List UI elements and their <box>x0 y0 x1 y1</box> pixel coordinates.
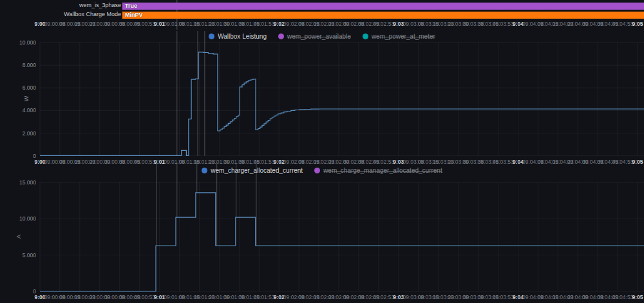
x-tick-label: 09:04:53 <box>612 294 633 300</box>
power-chart-legend: Wallbox Leistungwem_power_availablewem_p… <box>0 32 644 41</box>
legend-series-icon <box>202 168 207 173</box>
x-tick-label: 9:05 <box>632 294 643 300</box>
legend-item[interactable]: wem_power_available <box>278 32 351 41</box>
legend-series-label: wem_charger_allocated_current <box>211 166 303 175</box>
x-tick-label: 09:02:53 <box>373 159 394 165</box>
legend-item[interactable]: wem_charge_manager_allocated_current <box>314 166 442 175</box>
y-tick-label: 10.000 <box>6 39 36 46</box>
y-tick-label: 4.000 <box>6 107 36 113</box>
legend-series-label: wem_power_at_meter <box>372 32 435 41</box>
current-chart-legend: wem_charger_allocated_currentwem_charge_… <box>0 166 644 175</box>
dashboard: wem_is_3phase True Wallbox Charge Mode M… <box>0 0 644 303</box>
legend-series-label: wem_power_available <box>287 32 351 41</box>
legend-series-icon <box>278 34 284 39</box>
legend-series-icon <box>209 34 214 39</box>
legend-series-label: Wallbox Leistung <box>218 32 267 41</box>
series-line-wallbox-power <box>40 52 644 155</box>
y-axis-unit-label: W <box>23 96 30 102</box>
state-row-label: wem_is_3phase <box>5 2 121 9</box>
y-tick-label: 0 <box>6 153 36 159</box>
x-tick-label: 09:03:53 <box>493 159 514 165</box>
legend-series-label: wem_charge_manager_allocated_current <box>323 166 442 175</box>
y-tick-label: 5.000 <box>6 252 36 259</box>
y-tick-label: 0 <box>6 288 36 295</box>
x-tick-label: 09:00:53 <box>134 21 155 27</box>
state-row-label: Wallbox Charge Mode <box>5 11 121 18</box>
state-bar-charge-mode: MinPV <box>122 12 644 19</box>
x-tick-label: 09:01:53 <box>253 294 274 300</box>
x-tick-label: 09:04:53 <box>612 21 633 27</box>
x-tick-label: 09:03:53 <box>493 294 514 300</box>
y-tick-label: 8.000 <box>6 62 36 68</box>
x-tick-label: 09:02:53 <box>373 294 394 300</box>
y-tick-label: 10.000 <box>6 215 36 222</box>
series-line-charger-allocated-current <box>40 193 644 291</box>
y-tick-label: 2.000 <box>6 130 36 137</box>
x-tick-label: 9:05 <box>632 21 643 27</box>
legend-item[interactable]: Wallbox Leistung <box>209 32 267 41</box>
chart-canvas <box>0 0 644 303</box>
legend-item[interactable]: wem_charger_allocated_current <box>202 166 303 175</box>
y-axis-unit-label: A <box>15 234 22 238</box>
x-tick-label: 09:04:53 <box>612 159 633 165</box>
state-bar-value: MinPV <box>122 12 143 19</box>
state-bar-3phase: True <box>122 3 644 10</box>
x-tick-label: 9:05 <box>632 159 643 165</box>
x-tick-label: 09:01:53 <box>253 159 274 165</box>
x-tick-label: 09:00:53 <box>134 159 155 165</box>
x-tick-label: 09:03:53 <box>493 21 514 27</box>
legend-item[interactable]: wem_power_at_meter <box>363 32 435 41</box>
legend-series-icon <box>363 34 368 39</box>
x-tick-label: 09:01:53 <box>253 21 274 27</box>
state-bar-value: True <box>122 3 137 10</box>
y-tick-label: 6.000 <box>6 84 36 91</box>
x-tick-label: 09:02:53 <box>373 21 394 27</box>
x-tick-label: 09:00:53 <box>134 294 155 300</box>
y-tick-label: 15.000 <box>6 179 36 186</box>
legend-series-icon <box>314 168 320 173</box>
